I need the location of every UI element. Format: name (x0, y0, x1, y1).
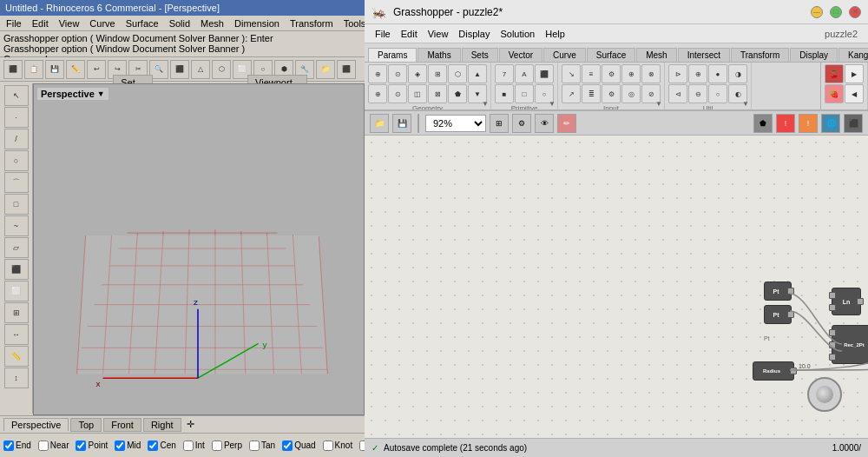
toolbar-btn-17[interactable]: ⬛ (337, 60, 356, 79)
status-cen[interactable]: Cen (148, 440, 175, 451)
gh-icon-input3[interactable]: ⚙ (602, 64, 621, 83)
gh-tab-mesh[interactable]: Mesh (636, 48, 676, 62)
gh-open-btn[interactable]: 📁 (370, 114, 389, 133)
gh-icon-geo11[interactable]: ⬟ (448, 84, 467, 103)
gh-icon-util5[interactable]: ⊲ (668, 84, 687, 103)
gh-icon-input7[interactable]: ≣ (582, 84, 601, 103)
left-tool-circle[interactable]: ○ (4, 150, 29, 171)
menu-solid[interactable]: Solid (167, 18, 193, 29)
menu-edit[interactable]: Edit (30, 18, 51, 29)
gh-tab-surface[interactable]: Surface (587, 48, 635, 62)
gh-eye-btn[interactable]: 👁 (535, 114, 554, 133)
gh-icon-util7[interactable]: ○ (708, 84, 727, 103)
minimize-button[interactable]: — (811, 6, 823, 18)
gh-pen-btn[interactable]: ✏ (557, 114, 576, 133)
gh-node-pt1[interactable]: Pt (764, 281, 792, 301)
gh-tab-sets[interactable]: Sets (462, 48, 498, 62)
gh-bake-btn[interactable]: ⬟ (753, 114, 773, 133)
gh-menu-edit[interactable]: Edit (398, 29, 421, 39)
gh-icon-geo4[interactable]: ⊞ (428, 64, 447, 83)
status-knot[interactable]: Knot (323, 440, 353, 451)
menu-transform[interactable]: Transform (287, 18, 336, 29)
status-mid[interactable]: Mid (115, 440, 141, 451)
gh-icon-prim3[interactable]: ⬛ (535, 64, 554, 83)
gh-tab-vector[interactable]: Vector (499, 48, 542, 62)
bottom-tab-right[interactable]: Right (143, 418, 181, 432)
gh-icon-cherry1[interactable]: 🍒 (825, 64, 844, 83)
left-tool-mesh[interactable]: ⊞ (4, 302, 29, 323)
gh-error-btn[interactable]: ! (776, 114, 795, 133)
menu-mesh[interactable]: Mesh (198, 18, 227, 29)
left-tool-select[interactable]: ↖ (4, 85, 29, 106)
toolbar-btn-16[interactable]: 📁 (316, 60, 335, 79)
gh-icon-geo9[interactable]: ◫ (408, 84, 427, 103)
gh-icon-prim5[interactable]: □ (515, 84, 534, 103)
gh-icon-util3[interactable]: ● (708, 64, 727, 83)
gh-menu-solution[interactable]: Solution (496, 29, 538, 39)
gh-icon-prim1[interactable]: 7 (495, 64, 514, 83)
gh-icon-plugin1[interactable]: ▶ (845, 64, 864, 83)
gh-node-radius[interactable]: Radius (753, 361, 794, 381)
gh-node-rec2pt[interactable]: Rec_2Pt (832, 325, 868, 364)
menu-curve[interactable]: Curve (87, 18, 117, 29)
gh-icon-util6[interactable]: ⊖ (688, 84, 707, 103)
menu-dimension[interactable]: Dimension (232, 18, 282, 29)
gh-menu-file[interactable]: File (372, 29, 394, 39)
gh-tab-params[interactable]: Params (368, 48, 417, 62)
left-tool-surface[interactable]: ⬛ (4, 259, 29, 280)
gh-icon-geo8[interactable]: ⊙ (388, 84, 407, 103)
gh-tab-curve[interactable]: Curve (543, 48, 586, 62)
gh-icon-input1[interactable]: ↘ (562, 64, 581, 83)
toolbar-btn-9[interactable]: ⬛ (170, 60, 189, 79)
gh-icon-input5[interactable]: ⊗ (641, 64, 661, 83)
gh-icon-prim4[interactable]: ■ (495, 84, 514, 103)
status-quad[interactable]: Quad (282, 440, 315, 451)
gh-menu-help[interactable]: Help (542, 29, 569, 39)
gh-icon-geo6[interactable]: ▲ (468, 64, 487, 83)
gh-stop-btn[interactable]: ⬛ (844, 114, 863, 133)
gh-icon-prim2[interactable]: A (515, 64, 534, 83)
gh-icon-input8[interactable]: ⚙ (602, 84, 621, 103)
bottom-tab-top[interactable]: Top (70, 418, 102, 432)
left-tool-plane[interactable]: ▱ (4, 237, 29, 258)
toolbar-btn-1[interactable]: ⬛ (3, 60, 23, 79)
gh-save-btn[interactable]: 💾 (392, 114, 411, 133)
gh-icon-input6[interactable]: ↗ (562, 84, 581, 103)
left-tool-transform[interactable]: ↔ (4, 324, 29, 345)
toolbar-btn-3[interactable]: 💾 (45, 60, 64, 79)
toolbar-btn-2[interactable]: 📋 (24, 60, 43, 79)
status-int[interactable]: Int (183, 440, 205, 451)
menu-view[interactable]: View (56, 18, 82, 29)
bottom-tab-front[interactable]: Front (103, 418, 141, 432)
toolbar-btn-11[interactable]: ⬡ (212, 60, 231, 79)
gh-icon-geo1[interactable]: ⊕ (368, 64, 387, 83)
gh-tab-kangaroo[interactable]: Kangaroo2 (838, 48, 868, 62)
close-button[interactable]: ✕ (849, 6, 861, 18)
menu-file[interactable]: File (3, 18, 24, 29)
gh-icon-cherry2[interactable]: 🍓 (825, 84, 844, 103)
gh-globe-btn[interactable]: 🌐 (821, 114, 840, 133)
gh-tab-transform[interactable]: Transform (731, 48, 789, 62)
left-tool-curve[interactable]: ~ (4, 215, 29, 236)
gh-tab-display[interactable]: Display (790, 48, 838, 62)
gh-icon-util4[interactable]: ◑ (728, 64, 747, 83)
status-end[interactable]: End (3, 440, 31, 451)
status-point[interactable]: Point (76, 440, 108, 451)
zoom-select[interactable]: 92% 100% 75% 50% (425, 115, 486, 132)
gh-fit-btn[interactable]: ⊞ (490, 114, 509, 133)
status-tan[interactable]: Tan (249, 440, 275, 451)
gh-icon-util2[interactable]: ⊕ (688, 64, 707, 83)
gh-tab-maths[interactable]: Maths (418, 48, 460, 62)
status-near[interactable]: Near (38, 440, 69, 451)
gh-icon-geo10[interactable]: ⊠ (428, 84, 447, 103)
gh-icon-geo3[interactable]: ◈ (408, 64, 427, 83)
left-tool-point[interactable]: · (4, 107, 29, 128)
gh-icon-input2[interactable]: ≡ (582, 64, 601, 83)
maximize-button[interactable]: □ (830, 6, 842, 18)
gh-icon-util1[interactable]: ⊳ (668, 64, 687, 83)
gh-settings-btn[interactable]: ⚙ (512, 114, 531, 133)
gh-icon-geo5[interactable]: ⬡ (448, 64, 467, 83)
left-tool-arc[interactable]: ⌒ (4, 172, 29, 193)
gh-menu-view[interactable]: View (424, 29, 452, 39)
gh-node-pt2[interactable]: Pt (764, 305, 792, 324)
